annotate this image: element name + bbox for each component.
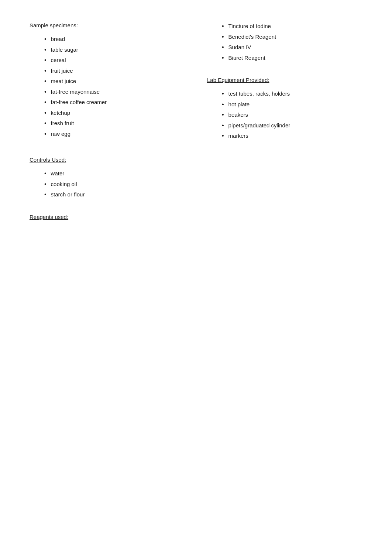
list-item: water [44,169,185,178]
controls-heading: Controls Used: [30,157,185,163]
page-content: Sample specimens: breadtable sugarcereal… [30,22,362,227]
list-item: raw egg [44,130,185,138]
list-item: fat-free mayonnaise [44,88,185,96]
list-item: Biuret Reagent [222,54,362,62]
list-item: Sudan IV [222,43,362,52]
reagents-list: Tincture of IodineBenedict's ReagentSuda… [222,22,362,62]
equipment-heading: Lab Equipment Provided: [207,77,362,83]
list-item: bread [44,35,185,44]
list-item: hot plate [222,100,362,109]
list-item: Benedict's Reagent [222,33,362,41]
list-item: test tubes, racks, holders [222,90,362,98]
list-item: markers [222,132,362,140]
list-item: pipets/graduated cylinder [222,121,362,130]
equipment-section: Lab Equipment Provided: test tubes, rack… [207,77,362,140]
right-column: Tincture of IodineBenedict's ReagentSuda… [207,22,362,227]
reagents-section: Tincture of IodineBenedict's ReagentSuda… [207,22,362,62]
list-item: ketchup [44,109,185,117]
list-item: beakers [222,111,362,119]
list-item: fruit juice [44,67,185,75]
controls-list: watercooking oilstarch or flour [44,169,185,199]
reagents-used-section: Reagents used: [30,214,185,220]
samples-heading: Sample specimens: [30,22,185,28]
list-item: Tincture of Iodine [222,22,362,31]
samples-list: breadtable sugarcerealfruit juicemeat ju… [44,35,185,138]
controls-section: Controls Used: watercooking oilstarch or… [30,157,185,199]
samples-section: Sample specimens: breadtable sugarcereal… [30,22,185,138]
list-item: cooking oil [44,180,185,189]
list-item: table sugar [44,46,185,54]
list-item: fat-free coffee creamer [44,98,185,107]
left-column: Sample specimens: breadtable sugarcereal… [30,22,185,227]
list-item: cereal [44,56,185,65]
list-item: starch or flour [44,191,185,199]
list-item: fresh fruit [44,119,185,128]
list-item: meat juice [44,77,185,86]
equipment-list: test tubes, racks, holdershot platebeake… [222,90,362,140]
reagents-used-heading: Reagents used: [30,214,185,220]
